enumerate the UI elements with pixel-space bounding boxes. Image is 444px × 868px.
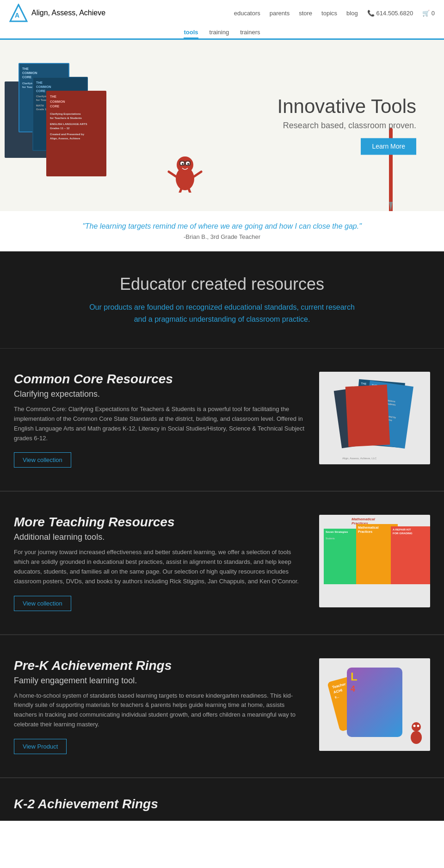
svg-point-18: [417, 724, 419, 727]
dark-intro-section: Educator created resources Our products …: [0, 251, 444, 348]
nav-blog[interactable]: blog: [346, 10, 358, 17]
product-image-common-core: THECOMMONCORE THECOMMONCORE Clarifying E…: [319, 372, 430, 464]
hero-mascot: [166, 146, 213, 202]
product-section-prek: Pre-K Achievement Rings Family engagemen…: [0, 635, 444, 777]
svg-point-7: [187, 163, 189, 165]
quote-text: "The learning targets remind me of where…: [9, 222, 435, 231]
svg-line-12: [194, 172, 201, 176]
svg-point-17: [413, 724, 416, 727]
hero-title: Innovative Tools: [278, 96, 416, 117]
svg-text:A: A: [15, 12, 19, 19]
nav-topics[interactable]: topics: [321, 10, 337, 17]
product-subheading-0: Clarifying expectations.: [14, 389, 305, 399]
hero-cta-button[interactable]: Learn More: [361, 138, 416, 155]
dark-intro-heading: Educator created resources: [18, 275, 426, 294]
phone-number: 📞 614.505.6820: [367, 10, 413, 17]
subnav-training[interactable]: training: [210, 29, 229, 38]
product-heading-0: Common Core Resources: [14, 372, 305, 387]
product-body-2: A home-to-school system of standards bas…: [14, 691, 305, 730]
subnav-tools[interactable]: tools: [184, 29, 198, 38]
site-header: A Align, Assess, Achieve educators paren…: [0, 0, 444, 40]
view-collection-1[interactable]: View collection: [14, 596, 71, 611]
product-heading-2: Pre-K Achievement Rings: [14, 658, 305, 673]
product-section-common-core: Common Core Resources Clarifying expecta…: [0, 348, 444, 491]
product-text-teaching: More Teaching Resources Additional learn…: [14, 515, 305, 611]
nav-store[interactable]: store: [299, 10, 312, 17]
dark-intro-body: Our products are founded on recognized e…: [83, 301, 361, 325]
product-section-teaching: More Teaching Resources Additional learn…: [0, 491, 444, 634]
hero-subtitle: Research based, classroom proven.: [278, 121, 416, 131]
logo-text: Align, Assess, Achieve: [31, 9, 105, 17]
hero-banner: THECOMMONCORE Clarifying Expectationsfor…: [0, 40, 444, 211]
view-collection-0[interactable]: View collection: [14, 452, 71, 468]
cart-icon[interactable]: 🛒 0: [422, 10, 435, 17]
quote-section: "The learning targets remind me of where…: [0, 211, 444, 251]
product-heading-1: More Teaching Resources: [14, 515, 305, 530]
svg-line-14: [189, 189, 192, 193]
product-text-prek: Pre-K Achievement Rings Family engagemen…: [14, 658, 305, 754]
logo[interactable]: A Align, Assess, Achieve: [9, 4, 105, 22]
hero-content: Innovative Tools Research based, classro…: [278, 96, 416, 155]
svg-line-13: [178, 189, 181, 193]
quote-author: -Brian B., 3rd Grade Teacher: [9, 233, 435, 240]
product-image-prek: TeacherACHIE... L4: [319, 658, 430, 751]
last-section: K-2 Achievement Rings: [0, 778, 444, 821]
product-subheading-1: Additional learning tools.: [14, 532, 305, 542]
nav-parents[interactable]: parents: [270, 10, 290, 17]
view-product-2[interactable]: View Product: [14, 739, 67, 754]
svg-point-16: [411, 731, 422, 744]
product-text-common-core: Common Core Resources Clarifying expecta…: [14, 372, 305, 468]
svg-point-6: [182, 163, 184, 165]
svg-point-15: [412, 722, 421, 731]
svg-line-11: [169, 172, 176, 176]
logo-icon: A: [9, 4, 28, 22]
subnav-trainers[interactable]: trainers: [240, 29, 260, 38]
product-body-0: The Common Core: Clarifying Expectations…: [14, 405, 305, 443]
last-section-heading: K-2 Achievement Rings: [14, 797, 430, 812]
hero-books: THECOMMONCORE Clarifying Expectationsfor…: [5, 49, 134, 206]
nav-educators[interactable]: educators: [234, 10, 260, 17]
sub-nav: tools training trainers: [9, 26, 435, 38]
product-body-1: For your journey toward increased effect…: [14, 548, 305, 586]
product-subheading-2: Family engagement learning tool.: [14, 676, 305, 686]
main-nav: educators parents store topics blog 📞 61…: [234, 10, 435, 17]
product-image-teaching: MathematicalPractices Seven Strategies S…: [319, 515, 430, 607]
svg-point-3: [177, 156, 193, 173]
phone-icon: 📞: [367, 10, 375, 17]
